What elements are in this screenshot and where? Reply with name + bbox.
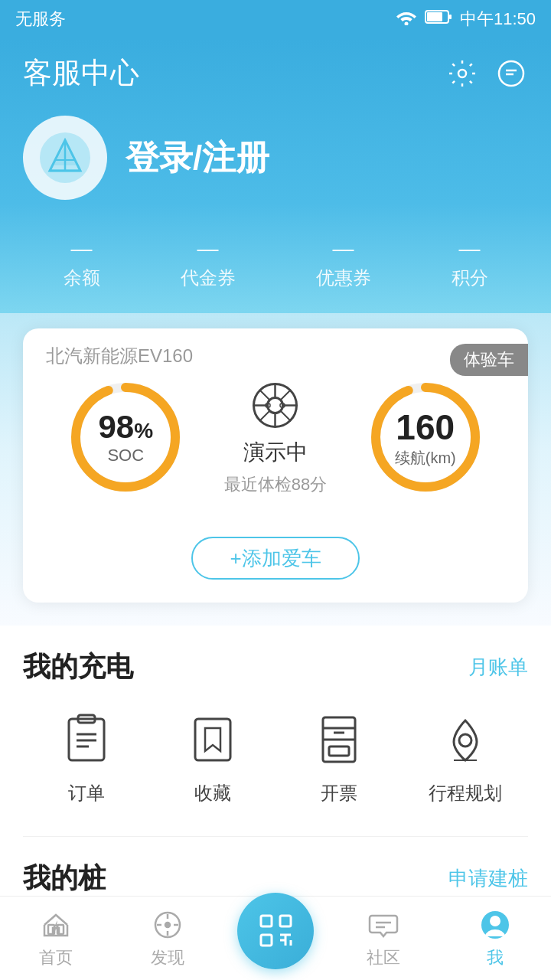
bottom-nav: 首页 发现 [0, 896, 551, 980]
nav-community[interactable]: 社区 [337, 908, 429, 969]
nav-home-label: 首页 [39, 946, 73, 969]
add-car-button[interactable]: +添加爱车 [191, 537, 360, 580]
invoice-item[interactable]: 开票 [293, 709, 385, 805]
status-bar: 无服务 中午11:50 [0, 0, 551, 38]
nav-me[interactable]: 我 [449, 908, 541, 969]
section-divider [23, 836, 528, 837]
svg-rect-2 [427, 12, 442, 21]
svg-point-66 [165, 923, 170, 927]
profile-nav-icon [478, 908, 512, 942]
status-right: 中午11:50 [396, 8, 536, 31]
header-icons [445, 57, 528, 90]
soc-gauge: 98% SOC [64, 376, 187, 498]
car-center-info: 演示中 最近体检88分 [224, 378, 327, 496]
invoice-icon [308, 709, 370, 770]
login-register-text[interactable]: 登录/注册 [126, 136, 269, 181]
home-icon [39, 908, 73, 942]
svg-rect-71 [261, 916, 272, 926]
route-icon [435, 709, 496, 770]
demo-text: 演示中 [243, 438, 308, 467]
compass-icon [151, 908, 184, 942]
community-icon [367, 908, 400, 942]
experience-badge: 体验车 [450, 344, 528, 376]
bookmark-icon [182, 709, 243, 770]
stats-row: — 余额 — 代金券 — 优惠券 — 积分 [23, 230, 528, 313]
message-button[interactable] [494, 57, 528, 90]
route-item[interactable]: 行程规划 [419, 709, 511, 805]
svg-rect-37 [195, 719, 230, 760]
bookmark-item[interactable]: 收藏 [167, 709, 259, 805]
svg-rect-72 [280, 916, 291, 926]
settings-button[interactable] [445, 57, 479, 90]
svg-line-24 [280, 410, 291, 421]
order-item[interactable]: 订单 [41, 709, 132, 805]
stat-points[interactable]: — 积分 [452, 238, 488, 290]
car-model-title: 北汽新能源EV160 [46, 345, 193, 366]
nav-community-label: 社区 [367, 946, 400, 969]
avatar [23, 116, 107, 200]
range-gauge: 160 续航(km) [364, 376, 487, 498]
stat-coupon[interactable]: — 优惠券 [316, 238, 371, 290]
svg-line-25 [280, 390, 291, 400]
monthly-bill-link[interactable]: 月账单 [468, 654, 528, 681]
svg-point-81 [490, 916, 500, 926]
svg-point-0 [404, 22, 408, 26]
svg-line-26 [259, 410, 270, 421]
svg-rect-42 [329, 746, 349, 756]
carrier-text: 无服务 [15, 8, 66, 31]
nav-home[interactable]: 首页 [10, 908, 102, 969]
svg-line-23 [259, 390, 270, 400]
wifi-icon [396, 8, 417, 30]
battery-icon [425, 9, 452, 29]
svg-point-44 [459, 734, 471, 746]
charging-section-header: 我的充电 月账单 [23, 648, 528, 686]
page-title: 客服中心 [23, 54, 139, 93]
stat-balance[interactable]: — 余额 [64, 238, 100, 290]
stat-voucher[interactable]: — 代金券 [181, 238, 236, 290]
soc-value: 98% SOC [98, 409, 153, 466]
pile-title: 我的桩 [23, 860, 106, 897]
svg-rect-3 [449, 15, 452, 19]
svg-rect-73 [261, 935, 272, 946]
nav-scan[interactable] [233, 893, 318, 981]
header-section: 客服中心 [0, 38, 551, 626]
profile-section[interactable]: 登录/注册 [23, 116, 528, 200]
svg-marker-38 [205, 728, 220, 751]
scan-button[interactable] [237, 893, 314, 969]
header-top: 客服中心 [23, 54, 528, 93]
apply-pile-link[interactable]: 申请建桩 [448, 865, 528, 892]
svg-point-4 [458, 70, 466, 77]
charging-icons: 订单 收藏 [23, 709, 528, 805]
time-text: 中午11:50 [460, 8, 536, 31]
wheel-icon [249, 378, 302, 432]
nav-discover-label: 发现 [151, 946, 184, 969]
check-score-text: 最近体检88分 [224, 473, 327, 496]
nav-me-label: 我 [487, 946, 504, 969]
range-value: 160 续航(km) [395, 407, 456, 469]
order-icon [56, 709, 117, 770]
car-card: 北汽新能源EV160 体验车 98% SOC [23, 328, 528, 603]
nav-discover[interactable]: 发现 [122, 908, 214, 969]
gauges-row: 98% SOC [46, 368, 505, 506]
header: 客服中心 [0, 38, 551, 313]
charging-title: 我的充电 [23, 648, 133, 686]
